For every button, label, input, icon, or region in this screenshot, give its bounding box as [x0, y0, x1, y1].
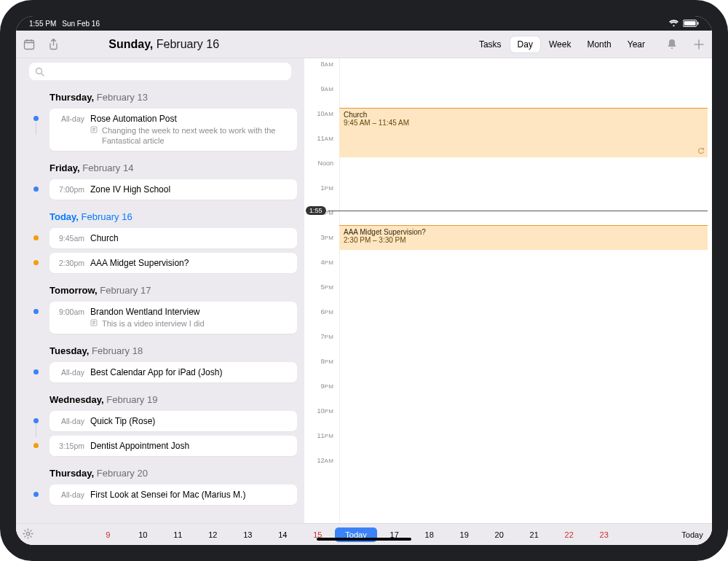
event-row[interactable]: All-dayBest Calendar App for iPad (Josh) [50, 362, 297, 382]
group-header: Today, February 16 [16, 204, 304, 228]
hour-label: 11AM [304, 135, 336, 142]
settings-icon[interactable] [16, 528, 39, 541]
search-field[interactable] [49, 66, 285, 76]
status-time: 1:55 PM [29, 20, 56, 28]
toolbar: Sunday, February 16 TasksDayWeekMonthYea… [16, 31, 712, 58]
event-note: This is a video interview I did [102, 318, 205, 329]
event-title: Rose Automation Post [90, 114, 290, 124]
group-header: Thursday, February 13 [16, 85, 304, 109]
day-timeline[interactable]: 8AM9AM10AM11AMNoon1PM2PM3PM4PM5PM6PM7PM8… [304, 58, 712, 523]
event-title: Quick Tip (Rose) [90, 416, 290, 426]
event-list-pane: Thursday, February 13All-dayRose Automat… [16, 58, 304, 523]
timeline-event[interactable]: AAA Midget Supervision?2:30 PM – 3:30 PM [339, 225, 708, 250]
event-row[interactable]: 3:15pmDentist Appointment Josh [50, 436, 297, 456]
hour-label: 7PM [304, 333, 336, 340]
event-time: All-day [57, 490, 90, 500]
date-cell[interactable]: 19 [447, 527, 482, 542]
date-cell[interactable]: 14 [265, 527, 300, 542]
now-line [328, 211, 708, 211]
app: Sunday, February 16 TasksDayWeekMonthYea… [16, 31, 712, 545]
note-icon [90, 318, 98, 329]
hour-label: 5PM [304, 283, 336, 291]
hour-label: 9AM [304, 85, 336, 93]
svg-point-17 [26, 532, 29, 535]
group-header: Wednesday, February 19 [16, 387, 304, 411]
event-row[interactable]: All-dayRose Automation PostChanging the … [50, 109, 297, 151]
date-cell[interactable]: 22 [552, 527, 587, 542]
home-indicator [317, 538, 411, 541]
hour-label: 9PM [304, 382, 336, 390]
svg-rect-2 [697, 22, 699, 25]
hour-label: 3PM [304, 234, 336, 241]
event-row[interactable]: 7:00pmZone IV High School [50, 179, 297, 200]
date-cell[interactable]: 13 [230, 527, 265, 542]
page-title: Sunday, February 16 [16, 38, 312, 51]
date-cell[interactable]: 21 [517, 527, 552, 542]
battery-icon [683, 20, 699, 27]
search-input[interactable] [29, 63, 291, 80]
event-time: 9:00am [57, 307, 90, 329]
bell-icon[interactable] [667, 39, 677, 50]
event-time: 2:30pm [57, 258, 90, 268]
view-tab-day[interactable]: Day [510, 36, 540, 52]
date-cell[interactable]: 11 [160, 527, 195, 542]
hour-label: Noon [304, 160, 336, 167]
status-date: Sun Feb 16 [62, 20, 100, 28]
group-header: Thursday, February 20 [16, 460, 304, 484]
event-note: Changing the week to next week to work w… [102, 125, 290, 146]
hour-label: 8PM [304, 358, 336, 365]
ipad-frame: 1:55 PM Sun Feb 16 [0, 0, 728, 561]
event-title: Church [90, 233, 290, 243]
view-switcher: TasksDayWeekMonthYear [472, 36, 652, 52]
date-cell[interactable]: 20 [482, 527, 517, 542]
date-cell[interactable]: 10 [125, 527, 160, 542]
event-row[interactable]: 9:45amChurch [50, 228, 297, 248]
plus-icon[interactable] [693, 39, 705, 50]
wifi-icon [669, 20, 678, 27]
event-time: All-day [57, 416, 90, 426]
event-title: Zone IV High School [90, 184, 290, 195]
today-button[interactable]: Today [673, 530, 712, 539]
screen: 1:55 PM Sun Feb 16 [16, 16, 712, 545]
view-tab-month[interactable]: Month [579, 36, 618, 52]
timeline-event[interactable]: Church9:45 AM – 11:45 AM [339, 108, 708, 157]
date-cell[interactable]: 9 [90, 527, 125, 542]
event-time: All-day [57, 114, 90, 146]
status-bar: 1:55 PM Sun Feb 16 [16, 16, 712, 31]
event-title: Brandon Wentland Interview [90, 307, 290, 317]
repeat-icon [697, 147, 705, 156]
event-title: First Look at Sensei for Mac (Marius M.) [90, 490, 290, 500]
group-header: Tomorrow, February 17 [16, 278, 304, 302]
event-title: AAA Midget Supervision? [90, 258, 290, 268]
view-tab-tasks[interactable]: Tasks [472, 36, 509, 52]
event-row[interactable]: 2:30pmAAA Midget Supervision? [50, 253, 297, 273]
date-cell[interactable]: 18 [412, 527, 447, 542]
group-header: Tuesday, February 18 [16, 338, 304, 362]
event-list[interactable]: Thursday, February 13All-dayRose Automat… [16, 85, 304, 523]
svg-rect-1 [684, 21, 696, 26]
date-scrubber: 9101112131415Today17181920212223 Today [16, 523, 712, 545]
event-time: 9:45am [57, 233, 90, 243]
event-row[interactable]: 9:00amBrandon Wentland InterviewThis is … [50, 302, 297, 334]
event-row[interactable]: All-dayFirst Look at Sensei for Mac (Mar… [50, 484, 297, 505]
event-time: 3:15pm [57, 441, 90, 451]
hour-label: 8AM [304, 60, 336, 68]
group-header: Friday, February 14 [16, 155, 304, 179]
hour-label: 12AM [304, 457, 336, 464]
view-tab-week[interactable]: Week [542, 36, 578, 52]
now-time-bubble: 1:55 [306, 206, 326, 215]
note-icon [90, 125, 98, 146]
hour-label: 10AM [304, 110, 336, 117]
event-time: All-day [57, 367, 90, 377]
body: Thursday, February 13All-dayRose Automat… [16, 58, 712, 523]
hour-label: 10PM [304, 407, 336, 415]
view-tab-year[interactable]: Year [620, 36, 652, 52]
event-title: Dentist Appointment Josh [90, 441, 290, 451]
date-cell[interactable]: 23 [587, 527, 622, 542]
event-row[interactable]: All-dayQuick Tip (Rose) [50, 411, 297, 431]
date-cell[interactable]: 12 [195, 527, 230, 542]
event-time: 7:00pm [57, 184, 90, 195]
hour-label: 4PM [304, 259, 336, 266]
svg-line-8 [41, 73, 44, 76]
hour-label: 1PM [304, 184, 336, 192]
